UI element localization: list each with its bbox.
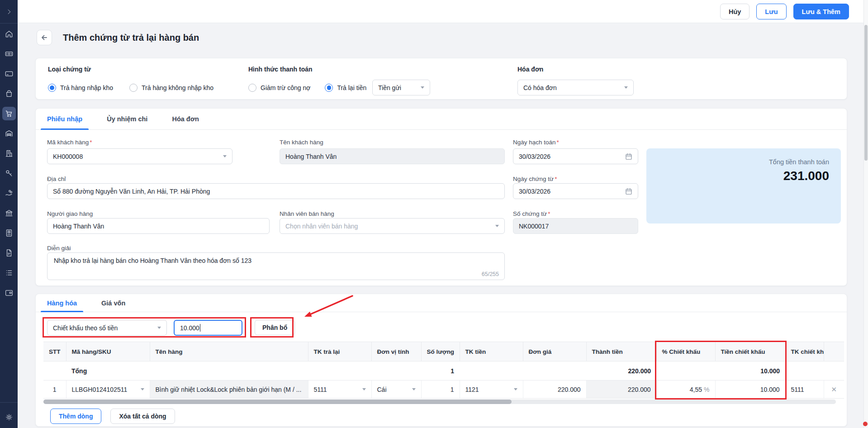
posting-date-field[interactable]: 30/03/2026 bbox=[513, 148, 638, 164]
cancel-button[interactable]: Hủy bbox=[720, 4, 749, 19]
description-label: Diễn giải bbox=[47, 245, 71, 252]
invoice-label: Hóa đơn bbox=[517, 66, 543, 73]
warehouse-icon bbox=[5, 129, 14, 138]
col-discount-percent: % Chiết khấu bbox=[656, 342, 715, 361]
horizontal-scrollbar-thumb[interactable] bbox=[43, 399, 512, 404]
sidebar-item-warehouse[interactable] bbox=[2, 127, 16, 140]
deliverer-value: Hoàng Thanh Vân bbox=[53, 223, 104, 230]
total-payment-value: 231.000 bbox=[658, 169, 829, 183]
tab-gia-von[interactable]: Giá vốn bbox=[95, 294, 132, 312]
sidebar-item-bag[interactable] bbox=[2, 87, 16, 100]
cash-icon bbox=[5, 49, 14, 58]
sidebar-item-document[interactable] bbox=[2, 246, 16, 260]
posting-date-label: Ngày hạch toán* bbox=[513, 139, 559, 146]
description-field[interactable]: Nhập kho trả lại hàng bán cho Hoàng Than… bbox=[47, 252, 505, 280]
horizontal-scrollbar[interactable] bbox=[43, 399, 836, 404]
address-field[interactable]: Số 880 đường Nguyễn Văn Linh, An Hải, TP… bbox=[47, 183, 505, 199]
invoice-icon: $ bbox=[5, 228, 14, 238]
doc-type-label: Loại chứng từ bbox=[48, 66, 91, 73]
vertical-scrollbar[interactable] bbox=[863, 0, 868, 428]
sales-employee-select[interactable]: Chọn nhân viên bán hàng bbox=[280, 218, 505, 234]
row-product-name: Bình giữ nhiệt Lock&Lock phiên bản giới … bbox=[150, 380, 308, 399]
sidebar-item-settings[interactable] bbox=[0, 413, 18, 422]
address-label: Địa chỉ bbox=[47, 176, 66, 182]
address-value: Số 880 đường Nguyễn Văn Linh, An Hải, TP… bbox=[53, 188, 210, 195]
table-row: 1 LLBGH0124102511 Bình giữ nhiệt Lock&Lo… bbox=[43, 380, 844, 399]
customer-code-label: Mã khách hàng* bbox=[47, 139, 92, 146]
unit-select[interactable]: Cái bbox=[377, 386, 416, 393]
delete-all-rows-button[interactable]: Xóa tất cả dòng bbox=[110, 409, 175, 424]
total-label: Tổng bbox=[66, 361, 150, 380]
radio-debt-deduction-label[interactable]: Giảm trừ công nợ bbox=[261, 84, 310, 91]
tab-phieu-nhap[interactable]: Phiếu nhập bbox=[41, 109, 89, 129]
sidebar-item-list[interactable] bbox=[2, 266, 16, 280]
discount-amount-value: 10.000 bbox=[180, 324, 199, 332]
payment-channel-value: Tiền gửi bbox=[378, 84, 401, 91]
radio-return-no-stock-label[interactable]: Trả hàng không nhập kho bbox=[142, 84, 213, 91]
row-amount: 220.000 bbox=[586, 380, 656, 399]
sidebar: $ bbox=[0, 0, 18, 428]
chevron-down-icon bbox=[514, 388, 517, 390]
tab-hang-hoa[interactable]: Hàng hóa bbox=[41, 294, 83, 312]
doc-date-field[interactable]: 30/03/2026 bbox=[513, 183, 638, 199]
radio-return-to-stock-label[interactable]: Trả hàng nhập kho bbox=[60, 84, 113, 91]
sidebar-item-home[interactable] bbox=[2, 27, 16, 41]
invoice-select[interactable]: Có hóa đơn bbox=[517, 80, 634, 95]
doc-type-options: Trả hàng nhập kho Trả hàng không nhập kh… bbox=[48, 84, 213, 92]
return-account-select[interactable]: 5111 bbox=[314, 386, 366, 393]
tab-uy-nhiem-chi[interactable]: Ủy nhiệm chi bbox=[100, 109, 154, 129]
back-button[interactable] bbox=[37, 30, 52, 45]
col-return-account: TK trả lại bbox=[308, 342, 371, 361]
radio-return-no-stock[interactable] bbox=[129, 84, 138, 92]
col-product-name: Tên hàng bbox=[150, 342, 308, 361]
radio-refund-money[interactable] bbox=[325, 84, 333, 92]
delete-row-button[interactable]: ✕ bbox=[830, 385, 839, 394]
sidebar-item-building[interactable] bbox=[2, 147, 16, 160]
total-quantity: 1 bbox=[421, 361, 460, 380]
tab-hoa-don[interactable]: Hóa đơn bbox=[166, 109, 205, 129]
save-and-add-button[interactable]: Lưu & Thêm bbox=[793, 4, 849, 19]
items-tabs: Hàng hóa Giá vốn bbox=[36, 294, 847, 312]
allocate-button[interactable]: Phân bổ bbox=[255, 320, 295, 335]
chevron-down-icon bbox=[362, 388, 366, 390]
sku-select[interactable]: LLBGH0124102511 bbox=[72, 386, 144, 393]
payment-channel-select[interactable]: Tiền gửi bbox=[372, 80, 430, 95]
deliverer-field[interactable]: Hoàng Thanh Vân bbox=[47, 218, 270, 234]
col-stt: STT bbox=[43, 342, 66, 361]
sidebar-item-wallet[interactable] bbox=[2, 286, 16, 300]
chevron-right-icon bbox=[5, 8, 13, 15]
save-button[interactable]: Lưu bbox=[756, 4, 786, 19]
sidebar-item-card[interactable] bbox=[2, 67, 16, 81]
discount-amount-input[interactable]: 10.000 bbox=[174, 320, 242, 336]
row-quantity[interactable]: 1 bbox=[421, 380, 460, 399]
sidebar-item-cash[interactable] bbox=[2, 47, 16, 61]
topbar: Hủy Lưu Lưu & Thêm bbox=[18, 0, 868, 23]
topbar-actions: Hủy Lưu Lưu & Thêm bbox=[720, 4, 849, 19]
customer-code-select[interactable]: KH000008 bbox=[47, 148, 232, 164]
total-payment-box: Tổng tiền thanh toán 231.000 bbox=[646, 148, 841, 224]
sidebar-item-key[interactable] bbox=[2, 166, 16, 180]
chevron-down-icon bbox=[223, 155, 227, 157]
sidebar-item-hand-coins[interactable] bbox=[2, 186, 16, 200]
row-discount-amount[interactable]: 10.000 bbox=[715, 380, 785, 399]
calendar-icon bbox=[625, 153, 632, 160]
sidebar-item-bank[interactable] bbox=[2, 206, 16, 220]
doc-date-value: 30/03/2026 bbox=[519, 188, 550, 195]
add-row-button[interactable]: Thêm dòng bbox=[50, 409, 101, 424]
money-account-select[interactable]: 1121 bbox=[465, 386, 517, 393]
sidebar-item-cart[interactable] bbox=[2, 107, 16, 120]
radio-refund-money-label[interactable]: Trả lại tiền bbox=[337, 84, 366, 91]
chevron-down-icon bbox=[412, 388, 416, 390]
chevron-down-icon bbox=[495, 225, 499, 227]
discount-type-select[interactable]: Chiết khấu theo số tiền bbox=[47, 320, 167, 336]
radio-return-to-stock[interactable] bbox=[48, 84, 56, 92]
total-discount-amount: 10.000 bbox=[715, 361, 785, 380]
row-unit-price[interactable]: 220.000 bbox=[523, 380, 586, 399]
row-discount-percent[interactable]: 4,55% bbox=[656, 380, 715, 399]
invoice-value: Có hóa đơn bbox=[523, 84, 557, 91]
sidebar-item-invoice[interactable]: $ bbox=[2, 226, 16, 240]
sidebar-expand-button[interactable] bbox=[0, 5, 18, 19]
radio-debt-deduction[interactable] bbox=[248, 84, 256, 92]
vertical-scrollbar-thumb[interactable] bbox=[864, 25, 868, 161]
arrow-left-icon bbox=[40, 33, 48, 42]
